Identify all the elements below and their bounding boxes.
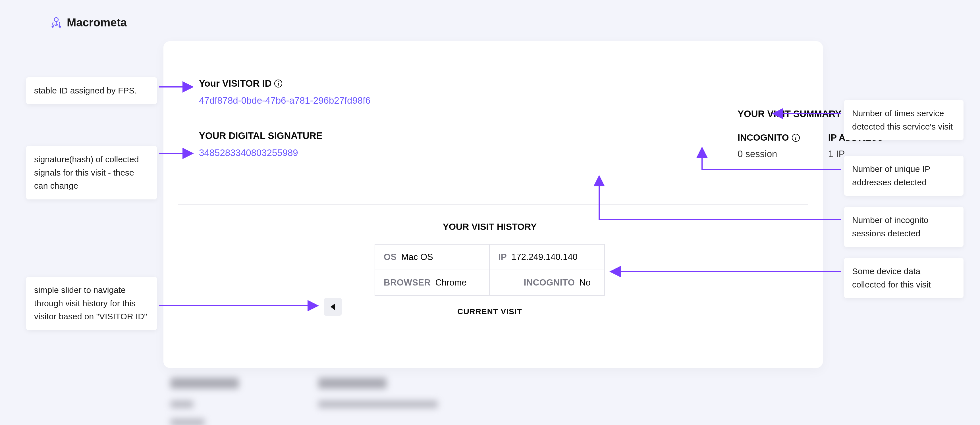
brand-name: Macrometa	[67, 16, 127, 29]
info-icon[interactable]: i	[792, 134, 800, 142]
callout-visitor-id: stable ID assigned by FPS.	[26, 77, 157, 104]
callout-device-data: Some device data collected for this visi…	[844, 258, 964, 298]
svg-point-0	[54, 17, 58, 22]
history-cell-ip: IP 172.249.140.140	[490, 244, 604, 270]
current-visit-label: CURRENT VISIT	[375, 307, 605, 316]
svg-point-1	[52, 26, 53, 27]
blurred-content	[170, 378, 819, 425]
visit-history-section: YOUR VISIT HISTORY OS Mac OS IP 172.249.…	[375, 222, 605, 316]
callout-signature: signature(hash) of collected signals for…	[26, 146, 157, 200]
history-cell-incognito: INCOGNITO No	[490, 270, 604, 295]
callout-visit-count: Number of times service detected this se…	[844, 100, 964, 140]
callout-incognito-count: Number of incognito sessions detected	[844, 207, 964, 247]
signature-section: YOUR DIGITAL SIGNATURE 34852833408032559…	[199, 130, 823, 158]
history-title: YOUR VISIT HISTORY	[375, 222, 605, 232]
signature-label: YOUR DIGITAL SIGNATURE	[199, 130, 323, 141]
incognito-stat: INCOGNITO i 0 session	[738, 132, 800, 159]
chevron-left-icon	[331, 303, 335, 310]
callout-ip-count: Number of unique IP addresses detected	[844, 156, 964, 196]
visitor-id-value: 47df878d-0bde-47b6-a781-296b27fd98f6	[199, 95, 823, 106]
history-table: OS Mac OS IP 172.249.140.140 BROWSER Chr…	[375, 244, 605, 296]
visitor-id-section: Your VISITOR ID i 47df878d-0bde-47b6-a78…	[199, 78, 823, 106]
incognito-value: 0 session	[738, 149, 800, 159]
history-cell-os: OS Mac OS	[375, 244, 490, 270]
divider	[178, 204, 808, 205]
main-card: Your VISITOR ID i 47df878d-0bde-47b6-a78…	[164, 41, 823, 368]
info-icon[interactable]: i	[274, 79, 282, 87]
summary-label: YOUR VISIT SUMMARY	[738, 108, 841, 119]
callout-slider: simple slider to navigate through visit …	[26, 277, 157, 330]
signature-value: 3485283340803255989	[199, 147, 823, 158]
brand-logo: Macrometa	[50, 15, 127, 30]
history-prev-button[interactable]	[324, 298, 342, 316]
svg-point-2	[59, 26, 60, 27]
incognito-label: INCOGNITO	[738, 132, 789, 143]
history-cell-browser: BROWSER Chrome	[375, 270, 490, 295]
brand-icon	[50, 15, 63, 30]
visitor-id-label: Your VISITOR ID	[199, 78, 271, 89]
